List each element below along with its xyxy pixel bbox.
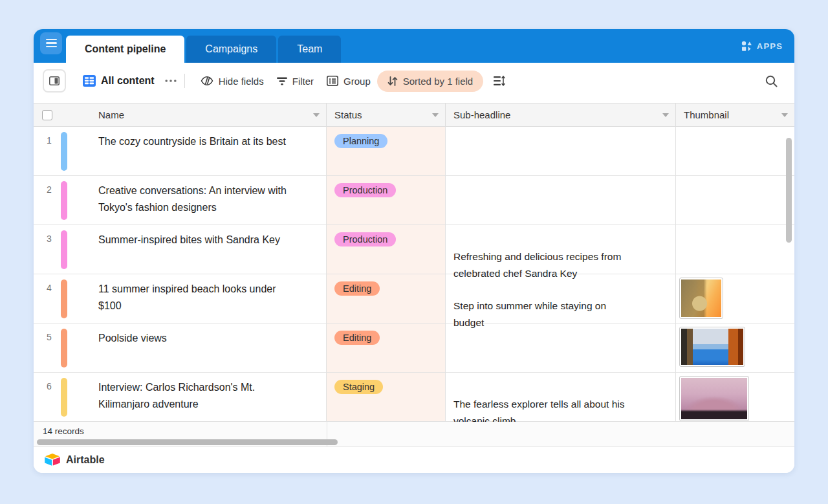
- name-cell[interactable]: 3 Summer-inspired bites with Sandra Key: [34, 225, 327, 274]
- table-row[interactable]: 1 The cozy countryside is Britain at its…: [34, 127, 794, 176]
- row-height-button[interactable]: [487, 71, 512, 91]
- chevron-down-icon[interactable]: [781, 113, 788, 117]
- thumbnail-cell[interactable]: [676, 176, 794, 225]
- thumbnail-image: [680, 278, 723, 318]
- subheadline-cell[interactable]: The fearless explorer tells all about hi…: [446, 373, 676, 421]
- grid-view-icon: [83, 75, 96, 87]
- grid-header-row: Name Status Sub-headline Thumbnail: [34, 103, 794, 127]
- sort-icon: [387, 76, 398, 86]
- status-cell[interactable]: Staging: [327, 373, 446, 421]
- row-color-bar: [61, 329, 67, 367]
- filter-button[interactable]: Filter: [270, 71, 320, 91]
- hide-fields-button[interactable]: Hide fields: [194, 71, 270, 91]
- name-cell-text[interactable]: Poolside views: [98, 330, 167, 347]
- group-button[interactable]: Group: [320, 71, 377, 91]
- column-header-status[interactable]: Status: [327, 104, 446, 126]
- column-label: Thumbnail: [684, 109, 729, 120]
- thumbnail-cell[interactable]: [676, 127, 794, 175]
- airtable-window: Content pipeline Campaigns Team APPS: [34, 29, 794, 473]
- tab-team[interactable]: Team: [278, 36, 341, 63]
- view-switcher-button[interactable]: All content: [76, 71, 161, 91]
- thumbnail-cell[interactable]: [676, 373, 794, 421]
- hamburger-menu-button[interactable]: [40, 32, 62, 54]
- filter-icon: [277, 77, 287, 85]
- hamburger-icon: [46, 39, 57, 41]
- ellipsis-icon: [165, 80, 177, 82]
- name-cell[interactable]: 5 Poolside views: [34, 323, 327, 372]
- name-cell-text[interactable]: Interview: Carlos Richardson's Mt. Kilim…: [98, 379, 255, 413]
- filter-label: Filter: [292, 76, 314, 87]
- apps-label: APPS: [757, 41, 783, 51]
- sidebar-toggle-icon: [49, 76, 60, 85]
- name-cell-text[interactable]: 11 summer inspired beach looks under $10…: [98, 281, 276, 314]
- table-row[interactable]: 4 11 summer inspired beach looks under $…: [34, 274, 794, 323]
- toolbar-divider: [184, 74, 185, 88]
- status-badge: Planning: [334, 134, 387, 148]
- name-cell[interactable]: 4 11 summer inspired beach looks under $…: [34, 274, 327, 323]
- table-row[interactable]: 6 Interview: Carlos Richardson's Mt. Kil…: [34, 373, 794, 422]
- table-row[interactable]: 2 Creative conversations: An interview w…: [34, 176, 794, 225]
- toolbar: All content Hide fields Filter: [34, 63, 794, 103]
- apps-icon: [741, 41, 752, 52]
- column-label: Status: [334, 109, 362, 120]
- column-header-subheadline[interactable]: Sub-headline: [446, 104, 676, 126]
- column-header-name[interactable]: Name: [34, 104, 327, 126]
- row-color-bar: [61, 378, 67, 417]
- chevron-down-icon[interactable]: [432, 113, 439, 117]
- horizontal-scrollbar-thumb[interactable]: [37, 439, 338, 445]
- sidebar-toggle-button[interactable]: [43, 69, 66, 93]
- thumbnail-cell[interactable]: [676, 323, 794, 372]
- thumbnail-image: [680, 377, 748, 421]
- thumbnail-cell[interactable]: [676, 225, 794, 274]
- horizontal-scrollbar[interactable]: [34, 439, 794, 445]
- search-button[interactable]: [759, 71, 784, 92]
- name-cell-text[interactable]: Creative conversations: An interview wit…: [98, 182, 287, 216]
- subheadline-cell-text: The fearless explorer tells all about hi…: [453, 399, 625, 422]
- status-cell[interactable]: Production: [327, 225, 446, 274]
- thumbnail-cell[interactable]: [676, 274, 794, 323]
- column-label: Sub-headline: [453, 109, 510, 120]
- name-cell[interactable]: 1 The cozy countryside is Britain at its…: [34, 127, 327, 175]
- row-color-bar: [61, 279, 67, 318]
- summary-bar: 14 records: [34, 422, 794, 447]
- name-cell[interactable]: 2 Creative conversations: An interview w…: [34, 176, 327, 225]
- view-name: All content: [101, 75, 155, 87]
- sort-button[interactable]: Sorted by 1 field: [377, 71, 483, 92]
- select-all-checkbox[interactable]: [42, 110, 52, 120]
- chevron-down-icon[interactable]: [662, 113, 669, 117]
- subheadline-cell[interactable]: [446, 176, 676, 225]
- subheadline-cell[interactable]: [446, 127, 676, 175]
- row-color-bar: [61, 181, 67, 220]
- table-tabs: Content pipeline Campaigns Team: [66, 29, 343, 63]
- vertical-scrollbar-thumb[interactable]: [786, 138, 792, 243]
- name-cell-text[interactable]: Summer-inspired bites with Sandra Key: [98, 232, 280, 248]
- column-header-thumbnail[interactable]: Thumbnail: [676, 104, 794, 126]
- tab-content-pipeline[interactable]: Content pipeline: [66, 36, 184, 63]
- subheadline-cell[interactable]: Refreshing and delicious recipes from ce…: [446, 225, 676, 274]
- row-number: 3: [34, 234, 65, 244]
- data-grid: Name Status Sub-headline Thumbnail 1 The…: [34, 103, 794, 422]
- table-row[interactable]: 3 Summer-inspired bites with Sandra Key …: [34, 225, 794, 274]
- record-count: 14 records: [43, 426, 84, 436]
- name-cell[interactable]: 6 Interview: Carlos Richardson's Mt. Kil…: [34, 373, 327, 421]
- tab-campaigns[interactable]: Campaigns: [186, 36, 276, 63]
- name-cell-text[interactable]: The cozy countryside is Britain at its b…: [98, 133, 286, 150]
- status-cell[interactable]: Production: [327, 176, 446, 225]
- subheadline-cell[interactable]: Step into summer while staying on budget: [446, 274, 676, 323]
- brand-name: Airtable: [66, 454, 105, 466]
- status-cell[interactable]: Planning: [327, 127, 446, 175]
- status-cell[interactable]: Editing: [327, 323, 446, 372]
- status-badge: Production: [334, 183, 396, 197]
- subheadline-cell[interactable]: [446, 323, 676, 372]
- status-cell[interactable]: Editing: [327, 274, 446, 323]
- view-more-button[interactable]: [161, 75, 180, 87]
- apps-button[interactable]: APPS: [741, 41, 783, 52]
- grid-body: 1 The cozy countryside is Britain at its…: [34, 127, 794, 422]
- hide-fields-icon: [201, 76, 213, 86]
- status-badge: Editing: [334, 281, 380, 296]
- table-row[interactable]: 5 Poolside views Editing: [34, 323, 794, 373]
- chevron-down-icon[interactable]: [313, 113, 320, 117]
- search-icon: [765, 75, 778, 87]
- brand-bar: Airtable: [34, 447, 794, 473]
- group-icon: [327, 76, 338, 86]
